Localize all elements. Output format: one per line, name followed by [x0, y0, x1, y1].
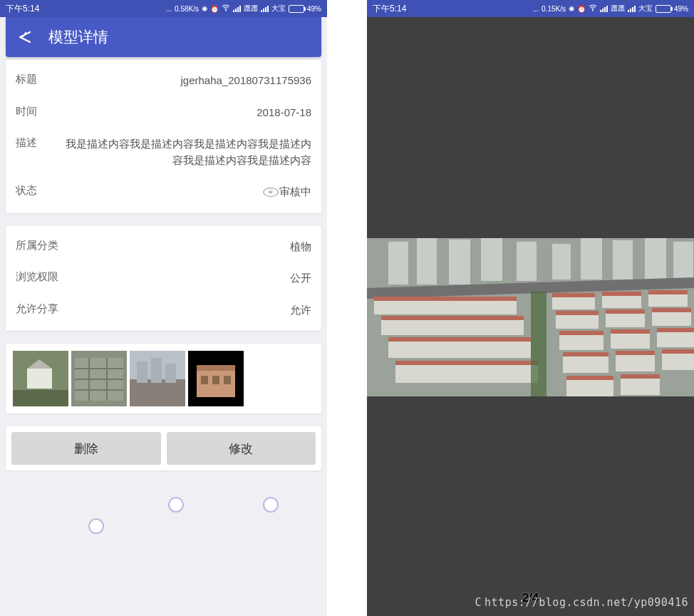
svg-rect-43 — [395, 361, 538, 365]
csdn-icon: C — [475, 596, 482, 609]
svg-rect-14 — [137, 361, 147, 383]
decor-circle-2 — [263, 497, 279, 513]
thumbnail-4[interactable] — [188, 351, 244, 406]
perm-label: 浏览权限 — [16, 270, 58, 284]
phone-right: 下午5:14 ... 0.15K/s ✺ ⏰ 愿愿 大宝 49% — [367, 0, 694, 616]
row-time: 时间 2018-07-18 — [16, 105, 311, 121]
title-value: jgerhaha_20180731175936 — [180, 73, 311, 89]
svg-point-23 — [592, 10, 594, 11]
svg-rect-27 — [449, 240, 470, 284]
image-viewer[interactable] — [367, 238, 694, 396]
app-header: 模型详情 — [6, 17, 321, 57]
decor-circle-3 — [88, 518, 104, 534]
thumbnails — [13, 351, 314, 406]
svg-rect-69 — [566, 376, 613, 380]
svg-rect-42 — [395, 363, 538, 383]
dnd-icon: ✺ — [569, 5, 574, 13]
svg-rect-19 — [197, 365, 235, 371]
svg-rect-49 — [648, 290, 688, 294]
status-bar: 下午5:14 ... 0.58K/s ✺ ⏰ 愿愿 大宝 49% — [0, 0, 327, 17]
svg-rect-65 — [616, 351, 655, 355]
svg-rect-28 — [481, 238, 502, 281]
svg-rect-63 — [563, 352, 608, 356]
buttons-card: 删除 修改 — [6, 426, 321, 471]
carrier-1: 愿愿 — [244, 4, 258, 14]
delete-button[interactable]: 删除 — [11, 432, 161, 465]
info-card: 标题 jgerhaha_20180731175936 时间 2018-07-18… — [6, 60, 321, 213]
page-title: 模型详情 — [48, 27, 108, 47]
carrier-1-right: 愿愿 — [611, 4, 625, 14]
category-value: 植物 — [290, 239, 311, 255]
carrier-2-right: 大宝 — [638, 4, 653, 14]
battery-pct-right: 49% — [674, 5, 688, 13]
status-time-right: 下午5:14 — [373, 3, 406, 15]
status-indicators-right: ... 0.15K/s ✺ ⏰ 愿愿 大宝 49% — [533, 4, 688, 14]
svg-rect-50 — [556, 313, 599, 329]
row-title: 标题 jgerhaha_20180731175936 — [16, 73, 311, 89]
battery-pct: 49% — [307, 5, 321, 13]
svg-rect-36 — [374, 299, 517, 314]
svg-rect-47 — [602, 292, 641, 296]
svg-rect-51 — [556, 311, 599, 315]
svg-rect-61 — [657, 328, 694, 332]
wifi-icon — [589, 4, 597, 13]
thumbnail-2[interactable] — [71, 351, 127, 406]
time-value: 2018-07-18 — [257, 105, 311, 121]
watermark: Chttps://blog.csdn.net/yp090416 — [475, 596, 688, 609]
svg-rect-32 — [613, 240, 633, 279]
svg-rect-64 — [616, 353, 655, 371]
edit-button[interactable]: 修改 — [167, 432, 316, 465]
svg-rect-21 — [212, 376, 219, 384]
time-label: 时间 — [16, 105, 37, 118]
battery-icon — [289, 5, 304, 13]
svg-rect-53 — [606, 309, 645, 314]
svg-rect-41 — [388, 337, 531, 342]
share-value: 允许 — [290, 302, 311, 319]
svg-rect-59 — [611, 329, 650, 334]
alarm-icon: ⏰ — [210, 5, 219, 13]
row-desc: 描述 我是描述内容我是描述内容我是描述内容我是描述内容我是描述内容我是描述内容 — [16, 136, 311, 168]
signal-icon-1 — [233, 5, 241, 12]
svg-rect-68 — [566, 378, 613, 396]
svg-rect-4 — [13, 390, 68, 406]
row-perm: 浏览权限 公开 — [16, 270, 311, 287]
svg-rect-57 — [559, 331, 604, 335]
watermark-text: https://blog.csdn.net/yp090416 — [485, 596, 688, 609]
svg-rect-62 — [563, 354, 608, 373]
signal-icon-2 — [628, 5, 636, 12]
svg-point-0 — [225, 10, 227, 11]
status-value: 审核中 — [279, 184, 311, 200]
wifi-icon — [222, 4, 230, 13]
status-label: 状态 — [16, 184, 37, 197]
net-speed: 0.58K/s — [175, 5, 199, 13]
row-category: 所属分类 植物 — [16, 239, 311, 255]
svg-rect-13 — [130, 379, 185, 406]
svg-rect-67 — [662, 349, 694, 354]
thumbnail-3[interactable] — [130, 351, 185, 406]
svg-rect-72 — [531, 292, 547, 396]
svg-rect-55 — [652, 308, 691, 312]
svg-rect-29 — [517, 242, 537, 281]
svg-rect-37 — [374, 297, 517, 301]
status-time: 下午5:14 — [6, 3, 39, 15]
svg-rect-15 — [151, 358, 162, 383]
thumbnail-1[interactable] — [13, 351, 68, 406]
decor-circle-1 — [168, 497, 184, 513]
phone-left: 下午5:14 ... 0.58K/s ✺ ⏰ 愿愿 大宝 49% 模型详情 标题 — [0, 0, 327, 616]
share-label: 允许分享 — [16, 302, 58, 316]
svg-rect-71 — [621, 374, 660, 379]
back-icon[interactable] — [14, 26, 36, 48]
svg-rect-25 — [388, 242, 408, 284]
svg-rect-16 — [165, 364, 176, 383]
svg-rect-54 — [652, 310, 691, 326]
content: 标题 jgerhaha_20180731175936 时间 2018-07-18… — [0, 60, 327, 471]
status-value-wrap: 审 审核中 — [264, 184, 311, 200]
title-label: 标题 — [16, 73, 37, 86]
svg-rect-60 — [657, 330, 694, 347]
svg-rect-2 — [27, 369, 52, 389]
signal-icon-1 — [600, 5, 608, 12]
svg-rect-33 — [645, 238, 666, 281]
desc-label: 描述 — [16, 136, 37, 150]
category-label: 所属分类 — [16, 239, 58, 252]
signal-icon-2 — [261, 5, 269, 12]
